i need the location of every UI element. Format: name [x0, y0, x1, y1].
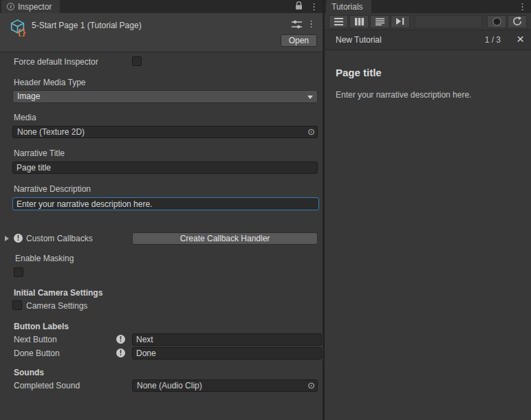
narrative-title-input[interactable]	[12, 162, 318, 174]
force-default-inspector-label: Force default Inspector	[14, 56, 98, 67]
kebab-menu-icon[interactable]: ⋮	[310, 0, 318, 13]
completed-sound-object-field[interactable]: None (Audio Clip) ⊙	[132, 379, 318, 392]
object-picker-icon[interactable]: ⊙	[307, 381, 315, 390]
open-button[interactable]: Open	[281, 34, 317, 47]
tutorial-page-description: Enter your narrative description here.	[336, 90, 520, 100]
inspector-tabstrip: i Inspector ⋮	[0, 0, 323, 13]
button-labels-heading: Button Labels	[14, 321, 69, 332]
detail-view-icon[interactable]	[370, 15, 389, 28]
tutorial-page-title: Page title	[336, 67, 520, 78]
tab-tutorials[interactable]: Tutorials	[326, 0, 371, 13]
chevron-down-icon	[307, 96, 313, 99]
initial-camera-settings-heading: Initial Camera Settings	[14, 287, 102, 298]
media-object-field[interactable]: None (Texture 2D) ⊙	[12, 126, 318, 138]
media-label: Media	[14, 112, 36, 123]
tab-inspector[interactable]: i Inspector	[1, 0, 60, 13]
refresh-icon[interactable]	[508, 15, 527, 28]
tutorial-content: Page title Enter your narrative descript…	[325, 50, 531, 111]
tutorials-tabstrip: Tutorials ⋮	[325, 0, 531, 13]
header-media-type-dropdown[interactable]: Image	[12, 90, 318, 103]
list-view-icon[interactable]	[329, 15, 348, 28]
tutorial-header-bar: New Tutorial 1 / 3 ×	[325, 30, 531, 50]
page-indicator: 1 / 3	[485, 35, 501, 45]
done-button-label: Done Button	[14, 348, 60, 359]
kebab-menu-icon[interactable]: ⋮	[307, 17, 316, 30]
warning-icon: !	[116, 349, 125, 357]
media-object-value: None (Texture 2D)	[17, 127, 85, 137]
skip-to-end-icon[interactable]	[391, 15, 410, 28]
column-view-icon[interactable]	[349, 15, 369, 28]
next-button-input[interactable]	[132, 333, 322, 346]
tab-inspector-label: Inspector	[18, 2, 52, 12]
asset-title: 5-Start Page 1 (Tutorial Page)	[32, 21, 142, 30]
custom-callbacks-label: Custom Callbacks	[26, 233, 93, 244]
force-default-inspector-checkbox[interactable]	[132, 56, 142, 66]
header-media-type-label: Header Media Type	[14, 77, 86, 88]
tutorials-panel: Tutorials ⋮ New Tutorial 1 / 3 × Pa	[325, 0, 531, 420]
object-picker-icon[interactable]: ⊙	[307, 127, 315, 137]
camera-settings-checkbox[interactable]	[12, 300, 22, 310]
create-callback-handler-button[interactable]: Create Callback Handler	[132, 232, 318, 245]
toolbar-empty-field	[415, 15, 482, 28]
enable-masking-label: Enable Masking	[15, 253, 74, 264]
enable-masking-checkbox[interactable]	[14, 267, 23, 277]
narrative-title-label: Narrative Title	[14, 148, 65, 159]
info-icon: i	[7, 3, 14, 10]
presets-icon[interactable]	[292, 20, 302, 31]
tutorial-title: New Tutorial	[336, 35, 382, 45]
completed-sound-label: Completed Sound	[14, 380, 80, 391]
completed-sound-value: None (Audio Clip)	[137, 381, 202, 390]
tab-tutorials-label: Tutorials	[332, 2, 363, 12]
narrative-description-label: Narrative Description	[14, 184, 91, 195]
inspector-panel: i Inspector ⋮ {} 5-Start Page 1 (Tutoria…	[0, 0, 323, 420]
sounds-heading: Sounds	[14, 367, 44, 378]
tutorial-page-asset-icon: {}	[8, 18, 27, 38]
svg-text:{}: {}	[17, 28, 26, 36]
done-button-input[interactable]	[132, 347, 322, 360]
warning-icon: !	[14, 234, 23, 243]
warning-icon: !	[116, 335, 125, 344]
header-media-type-value: Image	[17, 91, 40, 101]
kebab-menu-icon[interactable]: ⋮	[518, 0, 527, 13]
narrative-description-input[interactable]	[12, 197, 319, 210]
close-icon[interactable]: ×	[517, 32, 524, 47]
next-button-label: Next Button	[14, 334, 57, 345]
preview-circle-icon[interactable]	[487, 15, 506, 28]
foldout-arrow-icon[interactable]	[5, 236, 9, 241]
lock-icon[interactable]	[295, 1, 303, 12]
camera-settings-label: Camera Settings	[26, 300, 87, 311]
inspector-header: {} 5-Start Page 1 (Tutorial Page) ⋮ Open	[0, 13, 323, 52]
tutorials-toolbar	[325, 13, 531, 30]
